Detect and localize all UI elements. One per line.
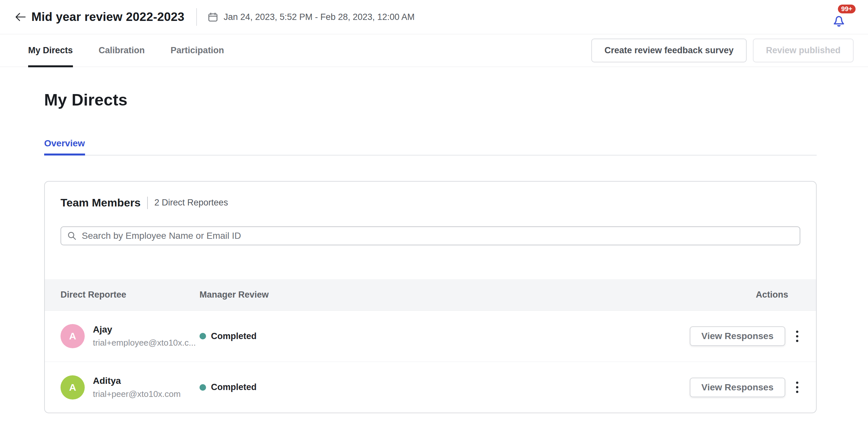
notification-count-badge: 99+: [838, 5, 856, 13]
subtab-bar: Overview: [44, 138, 817, 156]
manager-review-status: Completed: [199, 331, 690, 341]
tab-calibration[interactable]: Calibration: [99, 34, 145, 67]
reportee-email: trial+peer@xto10x.com: [93, 389, 181, 399]
date-range-text: Jan 24, 2023, 5:52 PM - Feb 28, 2023, 12…: [224, 12, 415, 22]
reportee-cell: A Ajay trial+employee@xto10x.c...: [61, 324, 199, 348]
back-arrow-icon: [14, 11, 27, 23]
reportee-name: Ajay: [93, 325, 196, 335]
app-header: Mid year review 2022-2023 Jan 24, 2023, …: [0, 0, 868, 34]
tab-participation[interactable]: Participation: [171, 34, 224, 67]
status-dot-icon: [199, 333, 206, 339]
row-actions: View Responses: [690, 378, 800, 397]
column-manager-review: Manager Review: [199, 290, 756, 300]
create-review-feedback-survey-button[interactable]: Create review feedback survey: [591, 39, 747, 62]
view-responses-button[interactable]: View Responses: [690, 378, 785, 397]
page-content: My Directs Overview Team Members 2 Direc…: [0, 91, 868, 413]
reportee-identity: Aditya trial+peer@xto10x.com: [93, 376, 181, 399]
card-title: Team Members: [61, 196, 141, 209]
kebab-menu-icon[interactable]: [794, 379, 800, 396]
status-label: Completed: [211, 382, 257, 392]
view-responses-button[interactable]: View Responses: [690, 326, 785, 346]
card-header: Team Members 2 Direct Reportees: [45, 182, 816, 209]
review-title: Mid year review 2022-2023: [31, 10, 184, 24]
reportee-count: 2 Direct Reportees: [154, 198, 228, 208]
notifications-button[interactable]: 99+: [831, 4, 854, 30]
table-header: Direct Reportee Manager Review Actions: [45, 279, 816, 311]
subtab-overview[interactable]: Overview: [44, 138, 85, 156]
header-divider: [196, 8, 197, 26]
reportee-identity: Ajay trial+employee@xto10x.c...: [93, 325, 196, 348]
review-published-button: Review published: [753, 39, 854, 62]
status-label: Completed: [211, 331, 257, 341]
calendar-icon: [207, 11, 218, 23]
tab-bar: My Directs Calibration Participation Cre…: [0, 34, 868, 67]
search-input[interactable]: [82, 231, 794, 241]
table-row: A Aditya trial+peer@xto10x.com Completed…: [45, 362, 816, 413]
card-title-divider: [147, 197, 148, 209]
team-members-card: Team Members 2 Direct Reportees Direct R…: [44, 181, 817, 413]
reportee-name: Aditya: [93, 376, 181, 386]
manager-review-status: Completed: [199, 382, 690, 392]
status-dot-icon: [199, 384, 206, 391]
column-actions: Actions: [756, 290, 788, 300]
reportee-cell: A Aditya trial+peer@xto10x.com: [61, 375, 199, 400]
table-row: A Ajay trial+employee@xto10x.c... Comple…: [45, 311, 816, 362]
search-icon: [67, 231, 77, 241]
tabbar-actions: Create review feedback survey Review pub…: [591, 39, 854, 62]
page-title: My Directs: [44, 91, 824, 109]
row-actions: View Responses: [690, 326, 800, 346]
bell-icon: [831, 12, 847, 28]
review-date-range: Jan 24, 2023, 5:52 PM - Feb 28, 2023, 12…: [207, 11, 415, 23]
tab-my-directs[interactable]: My Directs: [28, 34, 73, 67]
search-box[interactable]: [61, 226, 800, 245]
kebab-menu-icon[interactable]: [794, 328, 800, 345]
avatar: A: [61, 324, 85, 348]
column-direct-reportee: Direct Reportee: [61, 290, 199, 300]
avatar: A: [61, 375, 85, 400]
reportee-email: trial+employee@xto10x.c...: [93, 338, 196, 348]
back-button[interactable]: [13, 10, 28, 24]
